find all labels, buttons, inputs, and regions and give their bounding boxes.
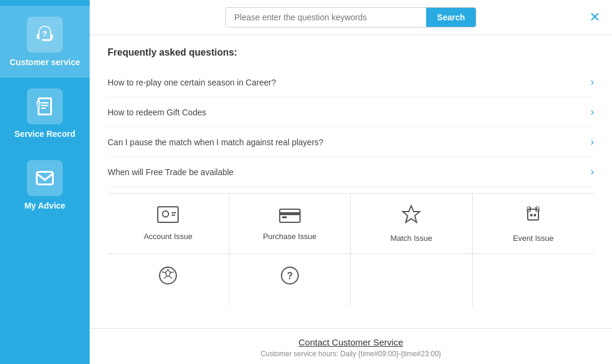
account-issue-label: Account Issue: [143, 232, 192, 241]
footer: Contact Customer Service Customer servic…: [90, 328, 612, 364]
purchase-issue-cell[interactable]: Purchase Issue: [230, 194, 351, 253]
search-input[interactable]: [226, 8, 426, 27]
match-issue-cell[interactable]: Match Issue: [351, 194, 473, 253]
sidebar: ? Customer service Service Record: [0, 0, 90, 364]
svg-line-27: [164, 276, 167, 279]
soccer-ball-icon: [157, 265, 179, 290]
svg-rect-13: [280, 209, 300, 222]
faq-item-2[interactable]: Can I pause the match when I match again…: [108, 127, 594, 157]
sidebar-item-service-record[interactable]: Service Record: [0, 78, 90, 149]
faq-item-3[interactable]: When will Free Trade be available ›: [108, 157, 594, 187]
issue-grid-row2: ?: [108, 253, 594, 306]
sidebar-my-advice-label: My Advice: [25, 201, 66, 210]
svg-point-10: [163, 211, 169, 217]
service-record-icon: [27, 88, 63, 124]
account-issue-cell[interactable]: Account Issue: [108, 194, 230, 253]
svg-rect-20: [534, 214, 536, 216]
event-issue-cell[interactable]: Event Issue: [473, 194, 595, 253]
svg-line-25: [170, 272, 174, 273]
event-issue-label: Event Issue: [513, 234, 553, 243]
svg-rect-12: [172, 215, 175, 216]
sidebar-item-my-advice[interactable]: My Advice: [0, 149, 90, 221]
svg-marker-24: [166, 270, 170, 276]
content-area: Frequently asked questions: How to re-pl…: [90, 35, 612, 328]
match-issue-icon: [401, 204, 421, 229]
svg-rect-16: [528, 209, 538, 220]
faq-item-1-text: How to redeem Gift Codes: [108, 108, 206, 117]
match-issue-label: Match Issue: [390, 234, 432, 243]
my-advice-icon: [27, 160, 63, 196]
empty-cell-1: [351, 254, 473, 306]
customer-service-hours: Customer service hours: Daily {time#09:0…: [102, 350, 600, 358]
chevron-icon-1: ›: [590, 106, 594, 118]
svg-text:?: ?: [42, 29, 47, 38]
sidebar-customer-service-label: Customer service: [10, 57, 80, 67]
header: Search ✕: [90, 0, 612, 35]
svg-line-26: [169, 276, 172, 279]
search-wrap: Search: [225, 7, 476, 27]
faq-item-1[interactable]: How to redeem Gift Codes ›: [108, 97, 594, 127]
chevron-icon-2: ›: [590, 136, 594, 148]
svg-rect-15: [282, 216, 287, 218]
sidebar-service-record-label: Service Record: [14, 129, 75, 139]
event-issue-icon: [523, 204, 543, 229]
sidebar-item-customer-service[interactable]: ? Customer service: [0, 6, 90, 78]
svg-line-28: [162, 272, 166, 273]
customer-service-icon: ?: [27, 17, 63, 53]
svg-rect-11: [172, 212, 176, 213]
question-mark-icon: ?: [279, 265, 301, 290]
faq-item-0-text: How to re-play one certain season in Car…: [108, 78, 276, 87]
svg-rect-8: [37, 172, 53, 185]
faq-item-2-text: Can I pause the match when I match again…: [108, 137, 323, 147]
empty-cell-2: [473, 254, 595, 306]
faq-list: How to re-play one certain season in Car…: [108, 68, 594, 187]
question-issue-cell[interactable]: ?: [230, 254, 351, 306]
svg-text:?: ?: [287, 271, 293, 281]
purchase-issue-label: Purchase Issue: [263, 232, 317, 241]
search-button[interactable]: Search: [426, 8, 476, 27]
main-panel: Search ✕ Frequently asked questions: How…: [90, 0, 612, 364]
chevron-icon-3: ›: [590, 166, 594, 178]
chevron-icon-0: ›: [590, 76, 594, 88]
issue-grid-row1: Account Issue Purchase Issue: [108, 193, 594, 253]
faq-item-3-text: When will Free Trade be available: [108, 167, 234, 177]
soccer-issue-cell[interactable]: [108, 254, 230, 306]
svg-rect-19: [530, 214, 533, 216]
contact-customer-service-link[interactable]: Contact Customer Service: [102, 337, 600, 347]
svg-rect-14: [280, 212, 300, 215]
faq-item-0[interactable]: How to re-play one certain season in Car…: [108, 68, 594, 97]
close-button[interactable]: ✕: [589, 10, 600, 25]
svg-rect-1: [39, 99, 51, 115]
purchase-issue-icon: [279, 206, 301, 227]
account-issue-icon: [157, 206, 179, 227]
faq-title: Frequently asked questions:: [108, 47, 594, 58]
